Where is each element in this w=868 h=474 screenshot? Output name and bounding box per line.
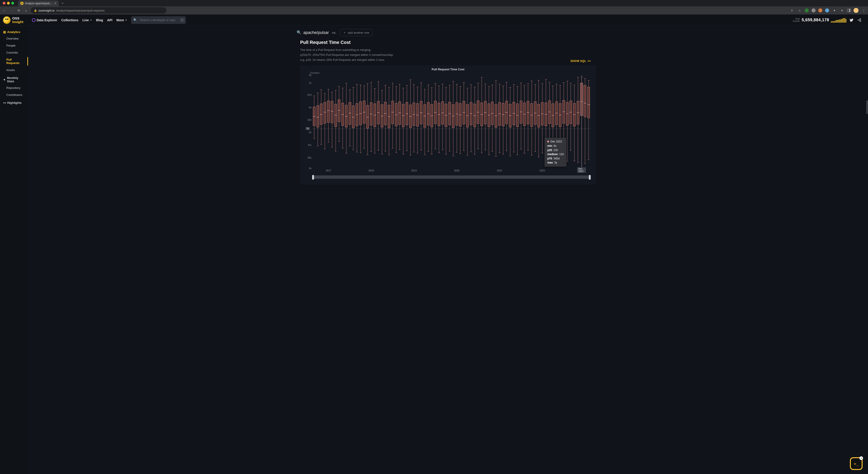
terminal-icon: >_ — [854, 461, 859, 466]
url-host: ossinsight.io — [38, 9, 55, 12]
tab-title: Analyze apache/pulsar | OSS — [25, 2, 53, 5]
side-panel-icon[interactable] — [847, 9, 851, 12]
search-input[interactable] — [139, 18, 178, 22]
chevron-down-icon: ▼ — [90, 19, 92, 21]
terminal-fab[interactable]: >_ ✦ — [851, 458, 862, 469]
search-icon: 🔍 — [297, 30, 302, 35]
slider-handle-left[interactable] — [312, 175, 314, 180]
analytics-icon: ▥ — [3, 30, 6, 34]
extension-green-icon[interactable] — [805, 8, 809, 12]
chart-zoom-slider[interactable] — [312, 176, 590, 179]
back-button[interactable]: ← — [2, 8, 7, 13]
share-icon[interactable]: ⇪ — [789, 8, 794, 13]
sidebar-section-analytics[interactable]: ▥ Analytics — [0, 29, 28, 35]
app-header: OSS Insight Data Explorer Collections Li… — [0, 14, 868, 26]
total-events-value: 5,659,884,178 — [802, 18, 829, 22]
nav-api[interactable]: API — [107, 18, 112, 22]
repo-name: apache/pulsar — [303, 30, 329, 35]
extension-grey-icon[interactable] — [811, 8, 815, 12]
search-kbd: / — [180, 18, 184, 22]
chart-subtitle: Duration — [310, 71, 593, 74]
section-desc-2: p25/p75: 25%/75% Pull Requests are merge… — [300, 53, 596, 57]
extensions-icon[interactable]: ✦ — [832, 8, 837, 13]
browser-chrome: ◎ Analyze apache/pulsar | OSS ✕ ＋ ← → ⟳ … — [0, 0, 868, 14]
sidebar-item-pull-requests[interactable]: Pull Requests — [0, 56, 28, 66]
global-search[interactable]: 🔍 / — [131, 16, 186, 24]
logo-text-2: Insight — [12, 20, 23, 24]
chevron-down-icon: ▼ — [125, 19, 127, 21]
mac-zoom-button[interactable] — [11, 2, 14, 4]
sidebar-item-contributors[interactable]: Contributors — [0, 91, 28, 98]
favicon-icon: ◎ — [20, 2, 24, 5]
new-tab-button[interactable]: ＋ — [61, 1, 64, 5]
total-events-label: Total Events — [793, 18, 800, 22]
logo-icon — [3, 17, 10, 24]
nav-collections[interactable]: Collections — [61, 18, 78, 22]
url-field[interactable]: 🔒 ossinsight.io/analyze/apache/pulsar#pu… — [31, 7, 166, 13]
nav-live[interactable]: Live▼ — [83, 18, 92, 22]
logo-text-1: OSS — [12, 17, 23, 20]
login-icon[interactable] — [857, 18, 862, 23]
extension-orange-icon[interactable] — [818, 8, 822, 12]
mac-close-button[interactable] — [3, 2, 5, 4]
logo[interactable]: OSS Insight — [3, 17, 23, 24]
events-sparkline — [831, 18, 846, 23]
main-content: 🔍 apache/pulsar vs. ＋ add another one Pu… — [28, 26, 868, 474]
tab-close-icon[interactable]: ✕ — [54, 2, 57, 5]
reload-button[interactable]: ⟳ — [16, 8, 21, 13]
sidebar-item-commits[interactable]: Commits — [0, 49, 28, 56]
sidebar-item-repository[interactable]: Repository — [0, 84, 28, 91]
scrollbar[interactable] — [866, 100, 868, 114]
section-desc-3: e.g. p25: 1h means 25% Pull Requests are… — [300, 58, 596, 62]
sidebar-section-monthly-stats[interactable]: ✦ Monthly Stats — [0, 75, 28, 84]
slider-handle-right[interactable] — [589, 175, 591, 180]
bookmark-icon[interactable]: ☆ — [797, 8, 802, 13]
url-path: /analyze/apache/pulsar#pull-requests — [56, 9, 105, 12]
fab-badge-icon: ✦ — [860, 456, 863, 460]
nav-more[interactable]: More▼ — [116, 18, 127, 22]
sidebar-item-issues[interactable]: Issues — [0, 66, 28, 73]
lock-icon: 🔒 — [34, 9, 37, 12]
browser-tab[interactable]: ◎ Analyze apache/pulsar | OSS ✕ — [18, 0, 59, 6]
profile-avatar[interactable] — [854, 8, 859, 13]
chart-card: Pull Request Time Cost Duration 4y1y41d4… — [300, 65, 596, 184]
twitter-icon[interactable] — [849, 18, 854, 23]
mac-minimize-button[interactable] — [7, 2, 10, 4]
code-icon: <> — [587, 59, 591, 63]
section-desc-1: The time of a Pull Request from submitti… — [300, 48, 596, 52]
repo-selector[interactable]: 🔍 apache/pulsar — [297, 30, 329, 35]
add-compare-repo[interactable]: ＋ add another one — [340, 29, 373, 36]
sidebar-item-people[interactable]: People — [0, 42, 28, 49]
sparkle-icon: ✦ — [3, 78, 6, 81]
sidebar-section-highlights[interactable]: ⊶ Highlights — [0, 100, 28, 106]
section-title: Pull Request Time Cost — [300, 40, 596, 45]
forward-button[interactable]: → — [9, 8, 14, 13]
sidebar: ▥ Analytics Overview People Commits Pull… — [0, 26, 28, 474]
chart-title: Pull Request Time Cost — [303, 68, 593, 71]
nav-data-explorer[interactable]: Data Explorer — [32, 18, 57, 22]
chrome-menu-icon[interactable]: ⋮ — [861, 8, 866, 13]
reading-list-icon[interactable]: ≡ — [839, 8, 844, 13]
show-sql-button[interactable]: SHOW SQL <> — [570, 59, 591, 63]
chart-tooltip: Dec 2022min: 6sp25: 22hmedium: 12dp75: 3… — [545, 138, 566, 167]
vs-label: vs. — [332, 31, 337, 34]
plus-icon: ＋ — [343, 31, 346, 35]
nav-blog[interactable]: Blog — [96, 18, 103, 22]
home-button[interactable]: ⌂ — [24, 8, 29, 13]
sidebar-item-overview[interactable]: Overview — [0, 35, 28, 42]
search-icon: 🔍 — [133, 18, 137, 22]
link-icon: ⊶ — [3, 101, 6, 105]
extension-blue-icon[interactable] — [825, 8, 829, 12]
